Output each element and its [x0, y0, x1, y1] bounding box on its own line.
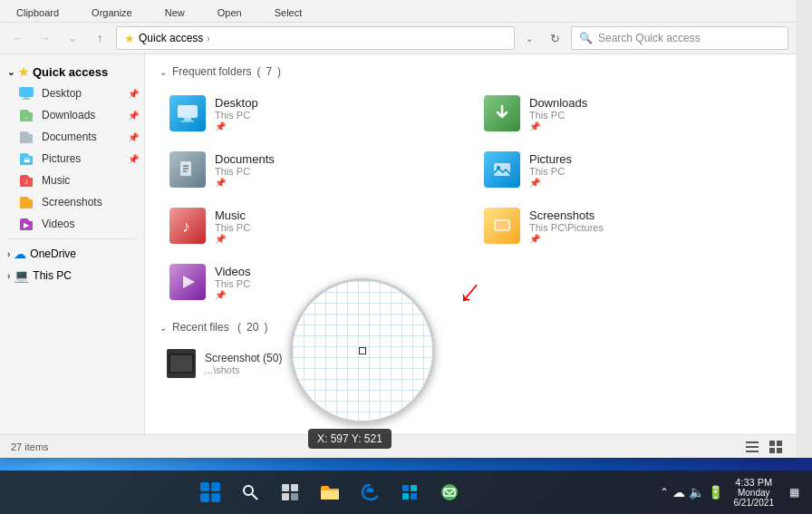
tiles-view-icon[interactable]	[767, 438, 785, 456]
desktop-folder-icon	[18, 85, 34, 102]
up-button[interactable]: ↑	[89, 27, 111, 49]
svg-rect-8	[184, 118, 191, 121]
address-dropdown-button[interactable]: ⌄	[520, 26, 538, 50]
recent-locations-button[interactable]: ⌄	[62, 27, 83, 49]
sidebar-item-desktop[interactable]: Desktop 📌	[0, 82, 144, 104]
system-clock[interactable]: 4:33 PM Monday 6/21/2021	[727, 477, 782, 508]
videos-label: Videos	[42, 218, 74, 230]
frequent-count-val: 7	[266, 65, 272, 78]
folder-name: Videos	[215, 265, 251, 278]
status-right	[743, 438, 785, 456]
svg-text:♪: ♪	[24, 178, 28, 186]
svg-rect-1	[24, 97, 29, 99]
ribbon-tab-bar: Clipboard Organize New Open Select	[0, 0, 796, 23]
recent-item-screenshot[interactable]: Screenshot (50) ...\shots	[160, 344, 781, 383]
sidebar-item-screenshots[interactable]: Screenshots	[0, 191, 144, 213]
sidebar-item-music[interactable]: ♪ Music	[0, 170, 144, 191]
folder-downloads[interactable]: Downloads This PC 📌	[474, 89, 781, 138]
volume-icon[interactable]: 🔈	[689, 485, 704, 499]
recent-label: Recent files	[172, 321, 229, 334]
pictures-folder-icon: 🏔	[18, 150, 34, 167]
taskbar-explorer-button[interactable]	[314, 476, 346, 509]
screenshots-folder-thumb	[484, 208, 520, 244]
svg-rect-21	[170, 355, 192, 372]
desktop-label: Desktop	[42, 87, 82, 100]
svg-rect-43	[411, 493, 417, 499]
onedrive-label: OneDrive	[30, 247, 76, 260]
thispc-header[interactable]: › 💻 This PC	[0, 265, 144, 286]
svg-rect-24	[746, 451, 759, 452]
frequent-folders-header[interactable]: ⌄ Frequent folders (7)	[160, 65, 781, 78]
folder-desktop[interactable]: Desktop This PC 📌	[160, 89, 467, 138]
quick-access-label: Quick access	[33, 65, 108, 79]
svg-rect-7	[178, 105, 198, 118]
pin-icon: 📌	[529, 234, 604, 244]
pin-icon: 📌	[215, 290, 251, 300]
folder-pictures[interactable]: Pictures This PC 📌	[474, 145, 781, 194]
divider	[7, 238, 137, 239]
tab-select[interactable]: Select	[267, 4, 310, 22]
folder-name: Pictures	[529, 152, 572, 166]
downloads-folder-thumb	[484, 95, 520, 131]
task-view-button[interactable]	[274, 476, 306, 509]
svg-rect-39	[321, 490, 339, 499]
store-button[interactable]	[393, 476, 426, 509]
documents-folder-thumb	[169, 151, 206, 188]
screenshots-label: Screenshots	[42, 196, 102, 209]
pin-icon: 📌	[215, 234, 250, 244]
chevron-down-icon: ⌄	[160, 323, 167, 333]
videos-folder-icon: ▶	[18, 216, 34, 232]
cloud-icon: ☁	[14, 247, 26, 261]
folder-documents[interactable]: Documents This PC 📌	[160, 145, 467, 194]
sidebar: ⌄ ★ Quick access Desktop 📌	[0, 54, 145, 434]
content-panel: ⌄ Frequent folders (7) Desktop	[145, 54, 796, 434]
search-box[interactable]: 🔍 Search Quick access	[571, 26, 788, 50]
sidebar-item-pictures[interactable]: 🏔 Pictures 📌	[0, 148, 144, 170]
back-button[interactable]: ←	[7, 27, 29, 49]
onedrive-header[interactable]: › ☁ OneDrive	[0, 243, 144, 265]
folder-music[interactable]: ♪ Music This PC 📌	[160, 201, 467, 250]
forward-button[interactable]: →	[34, 27, 56, 49]
start-button[interactable]	[194, 476, 227, 509]
chevron-down-icon: ⌄	[160, 67, 167, 77]
mail-button[interactable]	[433, 476, 466, 509]
folder-path: This PC	[529, 166, 572, 177]
battery-icon[interactable]: 🔋	[708, 485, 723, 499]
folder-name: Screenshots	[529, 209, 604, 222]
pin-icon: 📌	[215, 178, 275, 188]
videos-folder-thumb	[169, 264, 206, 300]
svg-text:♪: ♪	[182, 218, 190, 236]
star-icon: ★	[18, 65, 29, 79]
address-bar: ← → ⌄ ↑ ★ Quick access › ⌄ ↻ 🔍 Search Qu…	[0, 23, 796, 53]
svg-rect-40	[402, 485, 409, 491]
chevron-icon[interactable]: ⌃	[660, 486, 669, 499]
scrollbar[interactable]	[796, 0, 812, 458]
folder-screenshots[interactable]: Screenshots This PC\Pictures 📌	[474, 201, 781, 250]
sidebar-item-documents[interactable]: Documents 📌	[0, 126, 144, 148]
edge-button[interactable]	[353, 476, 386, 509]
folder-path: This PC\Pictures	[529, 222, 604, 233]
svg-rect-35	[282, 484, 289, 491]
tab-clipboard[interactable]: Clipboard	[9, 4, 66, 22]
tab-new[interactable]: New	[158, 4, 192, 22]
folder-name: Downloads	[529, 96, 587, 110]
sidebar-item-videos[interactable]: ▶ Videos	[0, 213, 144, 235]
search-button[interactable]	[234, 476, 266, 509]
search-placeholder: Search Quick access	[598, 32, 701, 44]
clock-date2: 6/21/2021	[734, 498, 775, 508]
downloads-label: Downloads	[42, 109, 95, 121]
network-icon[interactable]: ☁	[672, 485, 685, 499]
quick-access-header[interactable]: ⌄ ★ Quick access	[0, 62, 144, 82]
recent-files-header[interactable]: ⌄ Recent files (20)	[160, 321, 781, 334]
pictures-folder-thumb	[484, 151, 520, 188]
notification-button[interactable]: ▦	[785, 483, 803, 501]
tab-open[interactable]: Open	[210, 4, 249, 22]
frequent-count: (	[256, 65, 260, 78]
magnifier-cursor	[359, 347, 366, 354]
tab-organize[interactable]: Organize	[84, 4, 140, 22]
refresh-button[interactable]: ↻	[544, 27, 566, 49]
address-path[interactable]: ★ Quick access ›	[116, 26, 515, 50]
sidebar-item-downloads[interactable]: ↓ Downloads 📌	[0, 104, 144, 126]
list-view-icon[interactable]	[743, 438, 761, 456]
svg-text:▶: ▶	[24, 221, 30, 229]
